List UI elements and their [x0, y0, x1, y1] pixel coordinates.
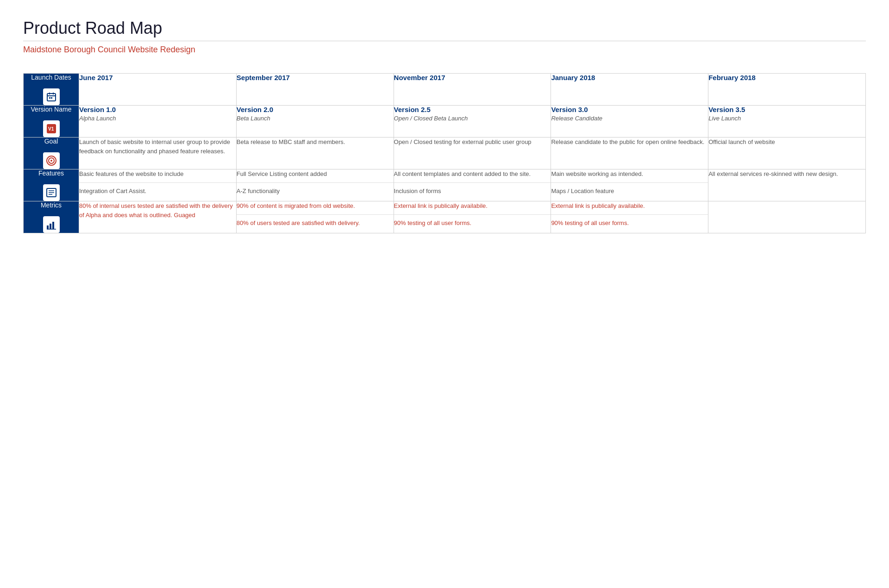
cell-r2-c1: Beta release to MBC staff and members.	[236, 138, 394, 169]
metrics-icon	[43, 216, 60, 233]
cell-r0-c1: September 2017	[236, 74, 394, 106]
cell-r4-c3: External link is publically availabile. …	[551, 201, 708, 233]
goal-text: Beta release to MBC staff and members.	[237, 138, 345, 145]
metrics-item: 90% testing of all user forms.	[394, 219, 551, 228]
svg-rect-17	[52, 222, 54, 229]
launch-date: February 2018	[708, 74, 756, 81]
version-name: Version 3.5	[708, 106, 745, 113]
row-metrics: Metrics 80% of internal users tested are…	[24, 201, 866, 233]
metrics-item: 90% testing of all user forms.	[551, 219, 708, 228]
cell-r1-c4: Version 3.5 Live Launch	[708, 106, 866, 138]
version-sub: Live Launch	[708, 115, 865, 122]
feature-item: Basic features of the website to include	[79, 169, 236, 183]
row-goal: Goal Launch of basic website to internal…	[24, 138, 866, 169]
version-sub: Beta Launch	[237, 115, 394, 122]
row-label-0: Launch Dates	[24, 74, 79, 106]
cell-r3-c0: Basic features of the website to include…	[79, 169, 237, 201]
cell-r0-c4: February 2018	[708, 74, 866, 106]
cell-r1-c0: Version 1.0 Alpha Launch	[79, 106, 237, 138]
cell-r1-c3: Version 3.0 Release Candidate	[551, 106, 708, 138]
version-sub: Alpha Launch	[79, 115, 236, 122]
version-name: Version 1.0	[79, 106, 116, 113]
svg-point-10	[50, 160, 52, 162]
cell-r2-c3: Release candidate to the public for open…	[551, 138, 708, 169]
cell-r3-c1: Full Service Listing content addedA-Z fu…	[236, 169, 394, 201]
feature-item: All external services re-skinned with ne…	[708, 169, 865, 179]
goal-text: Official launch of website	[708, 138, 775, 145]
cell-r0-c2: November 2017	[394, 74, 551, 106]
launch-date: June 2017	[79, 74, 113, 81]
row-label-2: Goal	[24, 138, 79, 169]
metrics-item: External link is publically availabile.	[394, 201, 551, 215]
goal-text: Release candidate to the public for open…	[551, 138, 704, 145]
cell-r0-c3: January 2018	[551, 74, 708, 106]
cell-r2-c0: Launch of basic website to internal user…	[79, 138, 237, 169]
launch-date: January 2018	[551, 74, 595, 81]
row-label-text: Metrics	[41, 201, 62, 209]
version-name: Version 2.0	[237, 106, 273, 113]
launch-date: November 2017	[394, 74, 445, 81]
cell-r3-c2: All content templates and content added …	[394, 169, 551, 201]
row-label-text: Launch Dates	[31, 74, 71, 81]
list-icon	[43, 184, 60, 201]
launch-date: September 2017	[237, 74, 290, 81]
metrics-item: 80% of users tested are satisfied with d…	[237, 219, 394, 228]
row-launch-dates: Launch Dates June 2017September 2017Nove…	[24, 74, 866, 106]
cell-r3-c4: All external services re-skinned with ne…	[708, 169, 866, 201]
svg-text:V1: V1	[48, 126, 54, 131]
calendar-icon	[43, 88, 60, 105]
svg-rect-16	[50, 224, 51, 229]
row-label-4: Metrics	[24, 201, 79, 233]
row-label-text: Features	[38, 169, 64, 177]
row-label-1: Version Name V1	[24, 106, 79, 138]
roadmap-table: Launch Dates June 2017September 2017Nove…	[23, 73, 866, 233]
metrics-item: 80% of internal users tested are satisfi…	[79, 201, 236, 219]
feature-item: A-Z functionality	[237, 187, 394, 196]
row-label-text: Version Name	[31, 106, 72, 113]
goal-text: Open / Closed testing for external publi…	[394, 138, 532, 145]
version-sub: Release Candidate	[551, 115, 708, 122]
version-sub: Open / Closed Beta Launch	[394, 115, 551, 122]
feature-item: Main website working as intended.	[551, 169, 708, 183]
svg-rect-5	[51, 97, 52, 99]
row-label-text: Goal	[44, 138, 58, 145]
metrics-item: External link is publically availabile.	[551, 201, 708, 215]
feature-item: Inclusion of forms	[394, 187, 551, 196]
svg-rect-4	[49, 97, 50, 99]
metrics-item: 90% of content is migrated from old webs…	[237, 201, 394, 215]
version-name: Version 2.5	[394, 106, 431, 113]
feature-item: Integration of Cart Assist.	[79, 187, 236, 196]
page-title: Product Road Map	[23, 19, 866, 38]
cell-r1-c2: Version 2.5 Open / Closed Beta Launch	[394, 106, 551, 138]
svg-rect-15	[47, 225, 49, 229]
cell-r3-c3: Main website working as intended.Maps / …	[551, 169, 708, 201]
cell-r0-c0: June 2017	[79, 74, 237, 106]
row-version-name: Version Name V1 Version 1.0 Alpha Launch…	[24, 106, 866, 138]
cell-r4-c4	[708, 201, 866, 233]
row-label-3: Features	[24, 169, 79, 201]
cell-r1-c1: Version 2.0 Beta Launch	[236, 106, 394, 138]
tag-icon: V1	[43, 120, 60, 137]
cell-r2-c2: Open / Closed testing for external publi…	[394, 138, 551, 169]
feature-item: Maps / Location feature	[551, 187, 708, 196]
row-features: Features Basic features of the website t…	[24, 169, 866, 201]
target-icon	[43, 152, 60, 169]
page-subtitle: Maidstone Borough Council Website Redesi…	[23, 41, 866, 55]
version-name: Version 3.0	[551, 106, 588, 113]
cell-r4-c1: 90% of content is migrated from old webs…	[236, 201, 394, 233]
cell-r4-c2: External link is publically availabile. …	[394, 201, 551, 233]
goal-text: Launch of basic website to internal user…	[79, 138, 230, 155]
cell-r4-c0: 80% of internal users tested are satisfi…	[79, 201, 237, 233]
cell-r2-c4: Official launch of website	[708, 138, 866, 169]
feature-item: Full Service Listing content added	[237, 169, 394, 183]
feature-item: All content templates and content added …	[394, 169, 551, 183]
